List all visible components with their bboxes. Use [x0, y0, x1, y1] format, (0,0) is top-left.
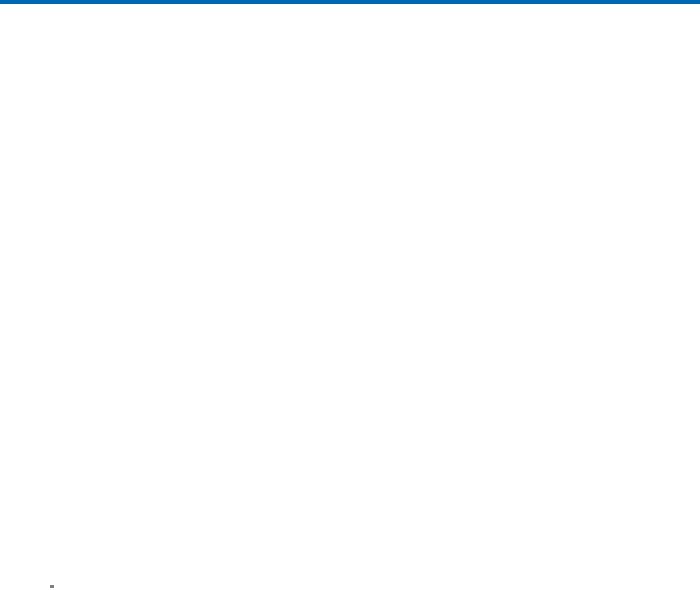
- top-accent-bar: [0, 0, 700, 4]
- bullet-marker: [50, 585, 54, 588]
